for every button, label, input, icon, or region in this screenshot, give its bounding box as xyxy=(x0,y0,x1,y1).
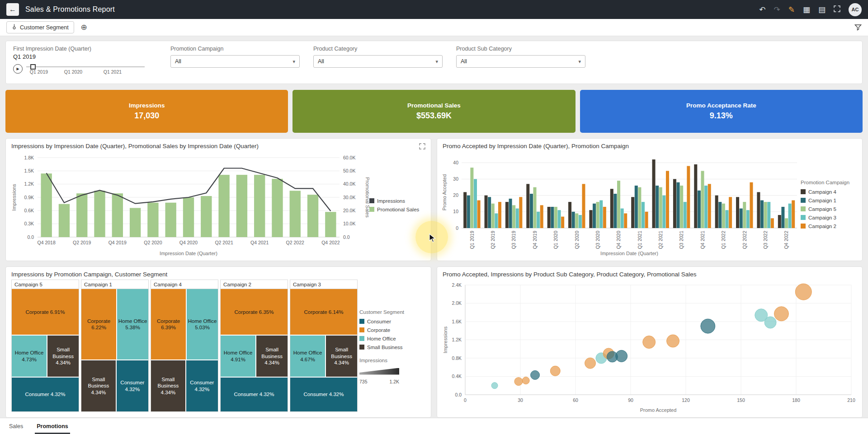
bar[interactable] xyxy=(642,202,645,228)
bar[interactable] xyxy=(512,205,515,228)
notes-icon[interactable]: ▤ xyxy=(818,6,826,14)
treemap-cell[interactable]: Small Business 4.34% xyxy=(256,336,288,377)
bar[interactable] xyxy=(701,171,704,228)
bar[interactable] xyxy=(680,186,683,228)
bar[interactable] xyxy=(533,187,537,228)
bar[interactable] xyxy=(722,204,725,228)
bubble[interactable] xyxy=(616,350,627,362)
kpi-promo-acceptance-rate[interactable]: Promo Acceptance Rate 9.13% xyxy=(580,90,863,133)
bar[interactable] xyxy=(474,179,477,228)
bar[interactable] xyxy=(491,204,495,228)
bar[interactable] xyxy=(638,187,641,228)
bubble[interactable] xyxy=(795,284,811,300)
legend-item[interactable]: Campaign 3 xyxy=(801,215,857,220)
bar[interactable] xyxy=(130,208,141,237)
bar[interactable] xyxy=(684,202,687,228)
treemap-cell[interactable]: Small Business 4.34% xyxy=(81,360,116,411)
bar[interactable] xyxy=(530,194,533,228)
treemap-campaign-header[interactable]: Campaign 3 xyxy=(290,280,357,289)
bar[interactable] xyxy=(666,171,669,228)
redo-icon[interactable]: ↷ xyxy=(774,6,780,14)
bar[interactable] xyxy=(561,217,564,228)
bar[interactable] xyxy=(708,184,711,228)
bar[interactable] xyxy=(94,191,105,237)
bar[interactable] xyxy=(509,199,512,228)
bar[interactable] xyxy=(743,202,746,228)
bar[interactable] xyxy=(540,205,543,228)
treemap-cell[interactable]: Consumer 4.32% xyxy=(117,360,148,411)
bar[interactable] xyxy=(621,209,624,228)
treemap-cell[interactable]: Corporate 6.39% xyxy=(151,289,186,359)
back-button[interactable]: ← xyxy=(6,3,19,16)
bar[interactable] xyxy=(547,207,551,228)
bar[interactable] xyxy=(596,202,599,228)
promotion-campaign-select[interactable]: All ▾ xyxy=(170,55,300,68)
bar[interactable] xyxy=(736,197,739,228)
bar[interactable] xyxy=(470,168,473,228)
treemap-campaign-header[interactable]: Campaign 1 xyxy=(81,280,148,289)
bar[interactable] xyxy=(495,213,498,228)
bar[interactable] xyxy=(673,179,676,228)
bar[interactable] xyxy=(645,212,648,228)
bubble[interactable] xyxy=(764,317,776,328)
bar[interactable] xyxy=(694,164,697,228)
bar[interactable] xyxy=(551,207,554,228)
date-slider[interactable]: Q1 2019 Q1 2020 Q1 2021 xyxy=(26,63,145,75)
play-button[interactable]: ▶ xyxy=(13,64,23,74)
treemap-cell[interactable]: Home Office 4.67% xyxy=(290,336,325,377)
bar[interactable] xyxy=(568,202,571,228)
bubble[interactable] xyxy=(531,370,540,379)
bar[interactable] xyxy=(498,202,501,228)
add-filter-button[interactable]: ⊕ xyxy=(79,22,90,33)
bar[interactable] xyxy=(656,186,659,228)
bar[interactable] xyxy=(725,210,728,228)
legend-item[interactable]: Campaign 2 xyxy=(801,224,857,229)
legend-item[interactable]: Campaign 1 xyxy=(801,198,857,203)
tab-sales[interactable]: Sales xyxy=(9,418,23,434)
legend-item[interactable]: Small Business xyxy=(359,345,425,350)
legend-item[interactable]: Corporate xyxy=(359,327,425,333)
bar[interactable] xyxy=(764,202,767,228)
bubble[interactable] xyxy=(774,307,788,321)
undo-icon[interactable]: ↶ xyxy=(759,6,765,14)
bar[interactable] xyxy=(183,197,194,237)
product-category-select[interactable]: All ▾ xyxy=(313,55,443,68)
bar[interactable] xyxy=(59,204,70,237)
legend-item[interactable]: Campaign 4 xyxy=(801,189,857,195)
data-icon[interactable]: ▦ xyxy=(803,6,810,14)
bar[interactable] xyxy=(236,175,247,237)
bar[interactable] xyxy=(771,218,774,228)
treemap-cell[interactable]: Corporate 6.35% xyxy=(221,289,288,335)
bar[interactable] xyxy=(488,197,491,228)
bar[interactable] xyxy=(477,201,481,228)
treemap-campaign-header[interactable]: Campaign 4 xyxy=(151,280,218,289)
bar[interactable] xyxy=(290,191,301,237)
legend-item[interactable]: Consumer xyxy=(359,319,425,324)
bar[interactable] xyxy=(792,201,795,228)
bubble[interactable] xyxy=(667,335,679,347)
bar[interactable] xyxy=(617,181,620,228)
treemap-cell[interactable]: Consumer 4.32% xyxy=(221,378,288,411)
product-sub-category-select[interactable]: All ▾ xyxy=(456,55,585,68)
bar[interactable] xyxy=(624,213,627,228)
legend-item[interactable]: Home Office xyxy=(359,336,425,341)
kpi-promotional-sales[interactable]: Promotional Sales $553.69K xyxy=(292,90,575,133)
bubble[interactable] xyxy=(585,358,596,369)
legend-item[interactable]: Promotional Sales xyxy=(369,207,425,212)
bar[interactable] xyxy=(599,201,603,228)
legend-item[interactable]: Campaign 5 xyxy=(801,206,857,212)
treemap-cell[interactable]: Consumer 4.32% xyxy=(290,378,357,411)
bar[interactable] xyxy=(467,196,470,228)
bar[interactable] xyxy=(652,159,656,228)
treemap-cell[interactable]: Consumer 4.32% xyxy=(186,360,218,411)
bar[interactable] xyxy=(613,194,617,228)
bar[interactable] xyxy=(582,184,585,228)
bar[interactable] xyxy=(687,166,690,228)
bar[interactable] xyxy=(76,193,87,237)
bar[interactable] xyxy=(557,210,561,228)
bar[interactable] xyxy=(589,210,592,228)
filter-funnel-icon[interactable] xyxy=(854,24,862,31)
bar[interactable] xyxy=(147,203,158,237)
treemap-cell[interactable]: Small Business 4.34% xyxy=(47,336,79,377)
slider-track[interactable] xyxy=(26,66,145,67)
